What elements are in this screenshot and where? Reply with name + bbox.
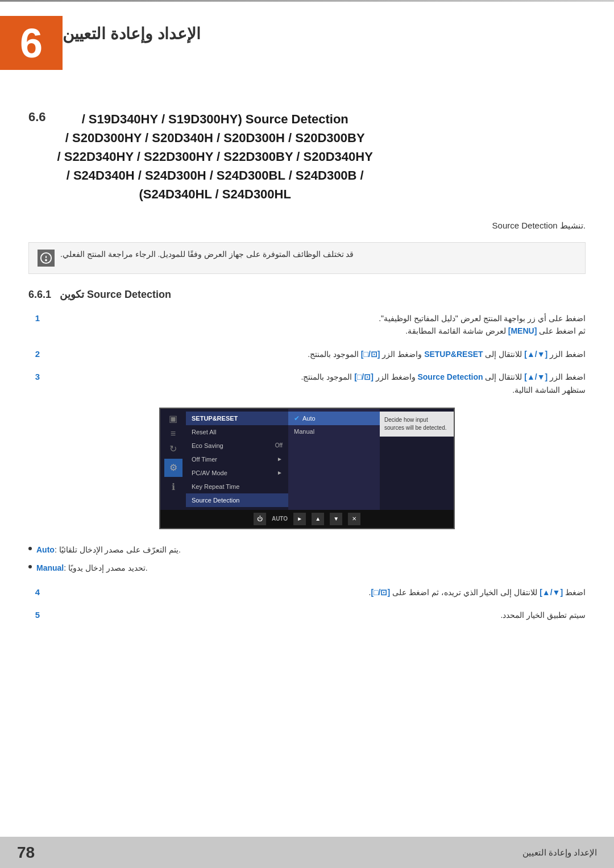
submenu-manual: Manual xyxy=(288,425,380,438)
toolbar-btn-down[interactable]: ▼ xyxy=(330,513,342,525)
step-1-number: 1 xyxy=(28,313,40,323)
step-1-text: اضغط على أي زر بواجهة المنتج لعرض "دليل … xyxy=(47,312,586,338)
toolbar-btn-right[interactable]: ► xyxy=(293,513,306,525)
step-4: اضغط [▼/▲] للانتقال إلى الخيار الذي تريد… xyxy=(28,586,586,599)
menu-panel: SETUP&RESET Reset All Eco Saving Off Off… xyxy=(186,409,288,510)
step-4-text: اضغط [▼/▲] للانتقال إلى الخيار الذي تريد… xyxy=(47,586,586,599)
toolbar-auto-label: AUTO xyxy=(272,516,288,522)
section-number: 6.6 xyxy=(28,110,46,124)
step-5-text: سيتم تطبيق الخيار المحدد. xyxy=(47,609,586,621)
menu-item-pcav: PC/AV Mode ► xyxy=(186,466,288,480)
page-header: الإعداد وإعادة التعيين 6 xyxy=(0,5,614,76)
step-3-number: 3 xyxy=(28,372,40,381)
page-footer: الإعداد وإعادة التعيين 78 xyxy=(0,837,614,868)
page-number: 78 xyxy=(17,844,35,862)
warning-box: قد تختلف الوظائف المتوفرة على جهاز العرض… xyxy=(28,242,586,274)
step-4-number: 4 xyxy=(28,587,40,597)
bullet-dot-manual xyxy=(28,565,32,568)
chapter-title: الإعداد وإعادة التعيين xyxy=(63,16,212,43)
step-5-number: 5 xyxy=(28,610,40,620)
step-2-number: 2 xyxy=(28,349,40,359)
main-content: / S19D340HY / S19D300HY) Source Detectio… xyxy=(0,76,614,678)
bullet-auto: .يتم التعرّف على مصدر الإدخال تلقائيًا :… xyxy=(28,543,586,556)
menu-title: SETUP&RESET xyxy=(186,412,288,425)
toolbar-btn-x[interactable]: ✕ xyxy=(348,513,360,525)
step-1: اضغط على أي زر بواجهة المنتج لعرض "دليل … xyxy=(28,312,586,338)
bullet-auto-text: .يتم التعرّف على مصدر الإدخال تلقائيًا :… xyxy=(36,543,181,556)
warning-text: قد تختلف الوظائف المتوفرة على جهاز العرض… xyxy=(60,250,354,259)
chapter-number: 6 xyxy=(0,16,63,70)
subsection-title: تكوين Source Detection xyxy=(60,288,171,301)
monitor-screenshot: ▣ ≡ ↻ ⚙ ℹ SETUP&RESET Reset All Eco Savi… xyxy=(159,408,455,529)
menu-item-reset: Reset All xyxy=(186,425,288,439)
step-5: سيتم تطبيق الخيار المحدد. 5 xyxy=(28,609,586,621)
menu-item-keyrepeat: Key Repeat Time xyxy=(186,480,288,493)
menu-item-source: Source Detection xyxy=(186,493,288,507)
section-title: / S19D340HY / S19D300HY) Source Detectio… xyxy=(57,110,373,203)
step-2-text: اضغط الزر [▼/▲] للانتقال إلى SETUP&RESET… xyxy=(47,348,586,360)
bullet-manual: .تحديد مصدر إدخال يدويًا :Manual xyxy=(28,562,586,574)
activate-note: .تنشيط Source Detection xyxy=(28,221,586,231)
step-3-text: اضغط الزر [▼/▲] للانتقال إلى Source Dete… xyxy=(47,371,586,396)
bullet-list: .يتم التعرّف على مصدر الإدخال تلقائيًا :… xyxy=(28,543,586,575)
toolbar-btn-power[interactable]: ⏻ xyxy=(254,513,266,525)
steps-container: اضغط على أي زر بواجهة المنتج لعرض "دليل … xyxy=(28,312,586,396)
submenu-auto: ✔ Auto xyxy=(288,412,380,425)
menu-item-eco: Eco Saving Off xyxy=(186,439,288,452)
monitor-toolbar: ✕ ▼ ▲ ► AUTO ⏻ xyxy=(160,510,454,528)
step-3: اضغط الزر [▼/▲] للانتقال إلى Source Dete… xyxy=(28,371,586,396)
tooltip-box: Decide how input sources will be detecte… xyxy=(380,412,454,437)
submenu-panel: ✔ Auto Manual xyxy=(288,409,380,510)
menu-item-timer: Off Timer ► xyxy=(186,452,288,466)
bullet-dot-auto xyxy=(28,547,32,550)
toolbar-btn-up[interactable]: ▲ xyxy=(312,513,324,525)
warning-icon xyxy=(38,250,55,267)
subsection-number: 6.6.1 xyxy=(28,289,51,301)
svg-point-2 xyxy=(45,260,47,261)
section-heading: / S19D340HY / S19D300HY) Source Detectio… xyxy=(28,110,586,203)
subsection-heading: تكوين Source Detection 6.6.1 xyxy=(28,288,586,301)
step-2: اضغط الزر [▼/▲] للانتقال إلى SETUP&RESET… xyxy=(28,348,586,360)
bullet-manual-text: .تحديد مصدر إدخال يدويًا :Manual xyxy=(36,562,148,574)
footer-text: الإعداد وإعادة التعيين xyxy=(522,848,597,858)
